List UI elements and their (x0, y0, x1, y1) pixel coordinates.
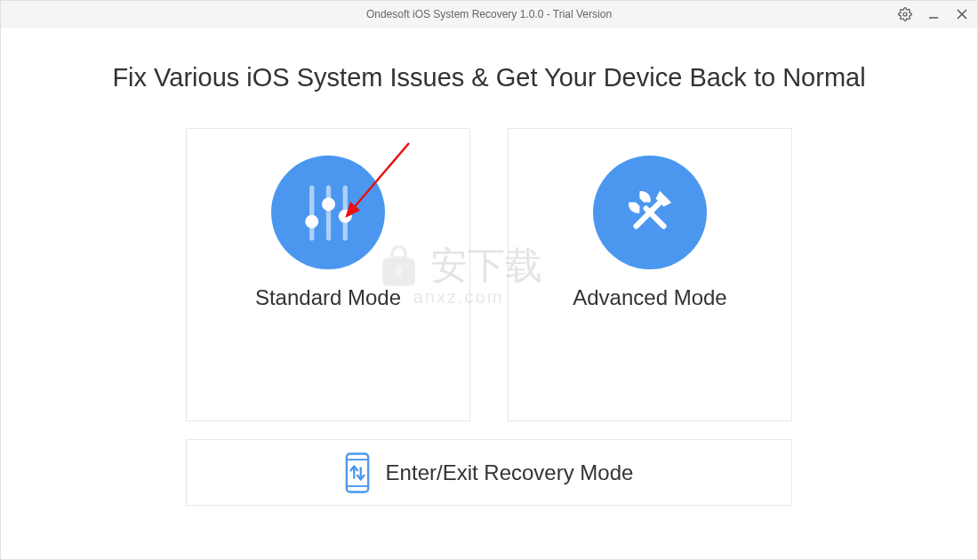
titlebar-controls (897, 1, 970, 28)
sliders-icon (295, 180, 362, 246)
advanced-mode-label: Advanced Mode (573, 285, 726, 310)
recovery-mode-button[interactable]: Enter/Exit Recovery Mode (186, 439, 792, 506)
gear-icon (898, 7, 912, 21)
settings-button[interactable] (897, 6, 913, 22)
window-title: Ondesoft iOS System Recovery 1.0.0 - Tri… (366, 8, 612, 20)
close-button[interactable] (954, 6, 970, 22)
advanced-mode-card[interactable]: Advanced Mode (508, 128, 792, 421)
svg-point-9 (338, 209, 351, 222)
tools-icon (615, 178, 685, 247)
recovery-mode-label: Enter/Exit Recovery Mode (386, 460, 634, 485)
page-title: Fix Various iOS System Issues & Get Your… (54, 63, 924, 92)
close-icon (957, 9, 967, 20)
minimize-button[interactable] (926, 6, 942, 22)
standard-mode-label: Standard Mode (255, 285, 401, 310)
svg-point-8 (322, 197, 335, 211)
standard-mode-icon-bg (271, 156, 385, 269)
titlebar: Ondesoft iOS System Recovery 1.0.0 - Tri… (1, 1, 977, 28)
modes-container: Standard Mode Advanced Mode (54, 128, 924, 421)
svg-point-0 (903, 12, 907, 16)
standard-mode-card[interactable]: Standard Mode (186, 128, 470, 421)
svg-point-7 (305, 214, 318, 228)
phone-recovery-icon (345, 451, 370, 495)
main-content: Fix Various iOS System Issues & Get Your… (1, 28, 977, 524)
advanced-mode-icon-bg (593, 156, 707, 269)
minimize-icon (928, 9, 939, 20)
